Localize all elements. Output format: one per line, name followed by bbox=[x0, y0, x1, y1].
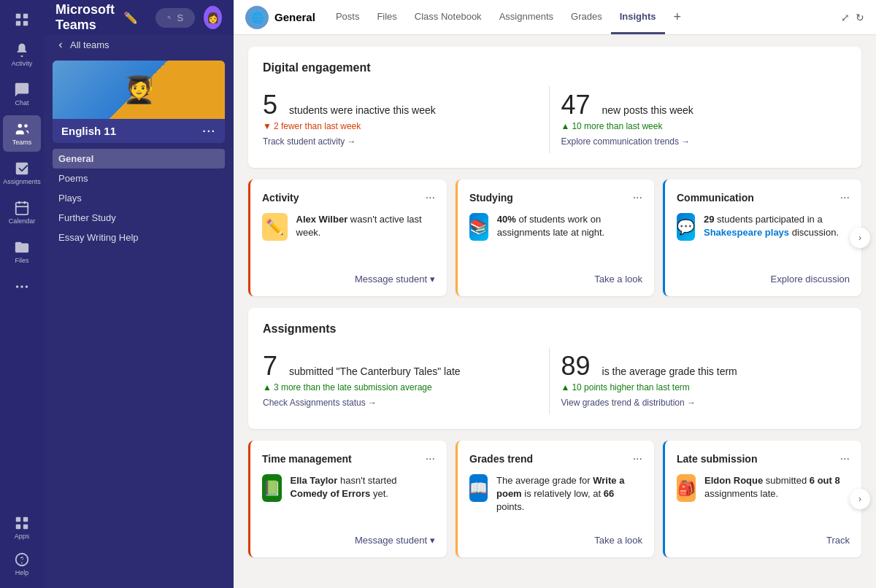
svg-point-18 bbox=[21, 562, 23, 564]
activity-icon: ✏️ bbox=[262, 213, 288, 241]
grades-trend-text: The average grade for Write a poem is re… bbox=[496, 474, 642, 514]
nav-label-files: Files bbox=[15, 257, 28, 264]
late-submission-icon: 🎒 bbox=[677, 474, 696, 502]
grades-trend-action[interactable]: Take a look bbox=[469, 529, 642, 546]
svg-rect-6 bbox=[16, 203, 28, 215]
tab-grades[interactable]: Grades bbox=[562, 1, 611, 34]
track-activity-link[interactable]: Track student activity → bbox=[263, 136, 356, 147]
communication-widget-menu[interactable]: ··· bbox=[840, 191, 850, 204]
class-avatar: 🧑‍🎓 bbox=[53, 61, 225, 119]
channel-icon: 🌐 bbox=[245, 6, 269, 29]
time-management-body: 📗 Ella Taylor hasn't started Comedy of E… bbox=[262, 474, 435, 529]
grades-trend-icon: 📖 bbox=[469, 474, 488, 502]
channel-item-further-study[interactable]: Further Study bbox=[53, 208, 225, 228]
nav-item-assignments[interactable]: Assignments bbox=[3, 155, 41, 191]
late-submission-header: Late submission ··· bbox=[677, 452, 850, 465]
digital-engagement-card: Digital engagement 5 students were inact… bbox=[248, 47, 861, 168]
all-teams-button[interactable]: All teams bbox=[44, 35, 234, 55]
widgets-row1-next[interactable]: › bbox=[850, 228, 870, 248]
tab-insights[interactable]: Insights bbox=[611, 1, 665, 34]
channel-name-label: General bbox=[274, 11, 315, 23]
tab-assignments[interactable]: Assignments bbox=[491, 1, 562, 34]
main-content: 🌐 General Posts Files Class Notebook Ass… bbox=[234, 0, 876, 588]
studying-widget: Studying ··· 📚 40% of students work on a… bbox=[456, 179, 654, 296]
channel-item-plays[interactable]: Plays bbox=[53, 188, 225, 208]
communication-icon: 💬 bbox=[677, 213, 695, 241]
tab-posts[interactable]: Posts bbox=[327, 1, 369, 34]
grades-trend-header: Grades trend ··· bbox=[469, 452, 642, 465]
nav-item-files[interactable]: Files bbox=[3, 233, 41, 270]
studying-widget-action[interactable]: Take a look bbox=[469, 268, 642, 285]
inactive-count: 5 bbox=[263, 92, 277, 118]
avg-trend: ▲ 10 points higher than last term bbox=[561, 382, 836, 392]
digital-engagement-title: Digital engagement bbox=[263, 61, 847, 74]
refresh-icon[interactable]: ↻ bbox=[856, 12, 864, 23]
nav-bottom: Apps Help bbox=[3, 509, 41, 588]
communication-widget: Communication ··· 💬 29 students particip… bbox=[663, 179, 861, 296]
time-management-action[interactable]: Message student ▾ bbox=[262, 529, 435, 546]
nav-sidebar: Activity Chat Teams Assignments Calendar… bbox=[0, 0, 44, 588]
tab-add-button[interactable]: + bbox=[668, 9, 688, 25]
grades-trend-title: Grades trend bbox=[469, 453, 533, 465]
user-avatar[interactable]: 👩 bbox=[204, 6, 222, 29]
communication-widget-text: 29 students participated in a Shakespear… bbox=[704, 213, 850, 239]
activity-widget-text: Alex Wilber wasn't active last week. bbox=[296, 213, 435, 239]
activity-widget-menu[interactable]: ··· bbox=[426, 191, 435, 204]
svg-rect-13 bbox=[16, 517, 20, 522]
app-title: Microsoft Teams bbox=[55, 2, 115, 33]
nav-label-teams: Teams bbox=[12, 139, 32, 146]
svg-rect-0 bbox=[16, 14, 20, 18]
widgets-row-2: Time management ··· 📗 Ella Taylor hasn't… bbox=[248, 441, 861, 557]
grades-trend-menu[interactable]: ··· bbox=[633, 452, 642, 465]
posts-label: new posts this week bbox=[602, 104, 694, 116]
studying-widget-menu[interactable]: ··· bbox=[633, 191, 642, 204]
avg-label: is the average grade this term bbox=[602, 365, 737, 377]
time-management-widget: Time management ··· 📗 Ella Taylor hasn't… bbox=[248, 441, 447, 557]
tab-files[interactable]: Files bbox=[368, 1, 405, 34]
compose-icon[interactable]: ✏️ bbox=[123, 11, 138, 25]
assignments-card: Assignments 7 submitted "The Canterbury … bbox=[248, 308, 861, 429]
widgets-row-1: Activity ··· ✏️ Alex Wilber wasn't activ… bbox=[248, 179, 861, 296]
nav-label-calendar: Calendar bbox=[9, 217, 36, 225]
nav-label-activity: Activity bbox=[12, 60, 33, 67]
nav-item-more[interactable] bbox=[3, 273, 41, 301]
class-menu-button[interactable]: ··· bbox=[202, 125, 216, 137]
header-actions: ⤢ ↻ bbox=[841, 12, 864, 23]
expand-icon[interactable]: ⤢ bbox=[841, 12, 850, 23]
view-grades-link[interactable]: View grades trend & distribution → bbox=[561, 398, 696, 408]
search-input[interactable] bbox=[177, 12, 183, 23]
late-submission-menu[interactable]: ··· bbox=[840, 452, 850, 465]
nav-item-chat[interactable]: Chat bbox=[3, 76, 41, 112]
nav-item-activity[interactable]: Activity bbox=[3, 36, 41, 73]
nav-item-help[interactable]: Help bbox=[3, 546, 41, 582]
nav-item-calendar[interactable]: Calendar bbox=[3, 194, 41, 231]
class-card: 🧑‍🎓 English 11 ··· bbox=[53, 61, 225, 143]
late-submission-widget: Late submission ··· 🎒 Eldon Roque submit… bbox=[663, 441, 861, 557]
activity-widget: Activity ··· ✏️ Alex Wilber wasn't activ… bbox=[248, 179, 447, 296]
explore-communication-link[interactable]: Explore communication trends → bbox=[561, 136, 691, 147]
nav-item-teams[interactable]: Teams bbox=[3, 115, 41, 152]
channel-item-essay[interactable]: Essay Writing Help bbox=[53, 228, 225, 247]
nav-item-apps[interactable]: Apps bbox=[3, 509, 41, 546]
search-bar[interactable] bbox=[155, 8, 195, 28]
grades-trend-widget: Grades trend ··· 📖 The average grade for… bbox=[456, 441, 654, 557]
channel-item-poems[interactable]: Poems bbox=[53, 169, 225, 188]
communication-widget-action[interactable]: Explore discussion bbox=[677, 268, 850, 285]
widgets-row2-next[interactable]: › bbox=[850, 489, 870, 509]
time-management-menu[interactable]: ··· bbox=[426, 452, 435, 465]
late-submission-action[interactable]: Track bbox=[677, 529, 850, 546]
nav-item-grid[interactable] bbox=[3, 6, 41, 34]
svg-rect-2 bbox=[16, 21, 20, 26]
communication-widget-header: Communication ··· bbox=[677, 191, 850, 204]
check-assignments-link[interactable]: Check Assignments status → bbox=[263, 398, 377, 408]
inactive-label: students were inactive this week bbox=[289, 104, 436, 116]
channel-item-general[interactable]: General bbox=[53, 149, 225, 169]
tab-class-notebook[interactable]: Class Notebook bbox=[406, 1, 491, 34]
class-name-row: English 11 ··· bbox=[53, 119, 225, 143]
late-label: submitted "The Canterbury Tales" late bbox=[289, 365, 461, 377]
svg-rect-15 bbox=[16, 525, 20, 529]
time-management-text: Ella Taylor hasn't started Comedy of Err… bbox=[291, 474, 435, 500]
activity-widget-action[interactable]: Message student ▾ bbox=[262, 268, 435, 285]
svg-point-4 bbox=[18, 124, 23, 128]
avg-grade-stat: 89 is the average grade this term ▲ 10 p… bbox=[549, 347, 848, 414]
